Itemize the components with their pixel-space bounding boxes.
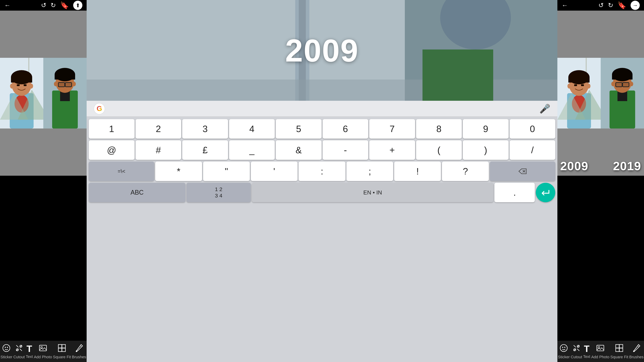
key-pound[interactable]: £ (182, 140, 228, 160)
right-bottom-toolbar: Sticker Cutout T Text Add Photo (558, 341, 644, 362)
left-toolbar-addphoto[interactable]: Add Photo (34, 344, 52, 359)
squarefit-icon (58, 344, 66, 354)
left-photo-person2 (43, 10, 86, 176)
key-hash[interactable]: # (136, 140, 181, 160)
key-colon[interactable]: : (298, 162, 345, 181)
key-lang[interactable]: EN • IN (252, 183, 494, 202)
svg-rect-39 (58, 348, 62, 352)
keyboard-rows: 1 2 3 4 5 6 7 8 9 0 @ # £ _ & (86, 117, 558, 362)
mid-year-overlay: 2009 (285, 32, 359, 69)
key-6[interactable]: 6 (322, 119, 368, 138)
key-squote[interactable]: ' (251, 162, 298, 181)
right-text-icon: T (584, 344, 590, 353)
svg-point-80 (564, 347, 565, 348)
right-sticker-icon (560, 344, 568, 354)
key-1[interactable]: 1 (89, 119, 134, 138)
addphoto-icon (39, 344, 47, 354)
right-top-bar-right: ↺ ↻ 🔖 → (598, 1, 640, 10)
right-photo-person1: 2009 (558, 10, 601, 176)
key-8[interactable]: 8 (416, 119, 462, 138)
key-3[interactable]: 3 (182, 119, 228, 138)
right-toolbar-cutout[interactable]: Cutout (571, 344, 582, 359)
key-question[interactable]: ? (442, 162, 488, 181)
backspace-key[interactable] (490, 162, 555, 181)
key-ampersand[interactable]: & (276, 140, 322, 160)
key-equalslash[interactable]: =\< (89, 162, 154, 181)
key-minus[interactable]: - (322, 140, 368, 160)
key-4[interactable]: 4 (229, 119, 275, 138)
key-5[interactable]: 5 (276, 119, 322, 138)
redo-icon[interactable]: ↻ (50, 2, 56, 9)
key-exclaim[interactable]: ! (394, 162, 441, 181)
key-slash[interactable]: / (510, 140, 556, 160)
right-back-icon[interactable]: ← (562, 2, 568, 9)
enter-key[interactable] (536, 183, 555, 202)
right-toolbar-addphoto[interactable]: Add Photo (591, 344, 609, 359)
undo-icon[interactable]: ↺ (41, 2, 46, 9)
key-rparen[interactable]: ) (463, 140, 508, 160)
right-undo-icon[interactable]: ↺ (598, 2, 604, 9)
right-redo-icon[interactable]: ↻ (608, 2, 613, 9)
key-at[interactable]: @ (89, 140, 134, 160)
left-toolbar-squarefit[interactable]: Square Fit (53, 344, 71, 359)
left-photo-person1 (0, 10, 43, 176)
key-abc[interactable]: ABC (89, 183, 186, 202)
svg-point-77 (630, 82, 633, 86)
svg-point-11 (10, 84, 14, 88)
key-plus[interactable]: + (369, 140, 415, 160)
svg-rect-37 (58, 344, 62, 348)
right-toolbar-text[interactable]: T Text (583, 344, 590, 359)
left-panel: ← ↺ ↻ 🔖 ⬆ (0, 0, 86, 362)
key-9[interactable]: 9 (463, 119, 508, 138)
key-dquote[interactable]: " (203, 162, 250, 181)
svg-rect-24 (66, 83, 71, 86)
left-top-bar: ← ↺ ↻ 🔖 ⬆ (0, 0, 86, 10)
svg-point-12 (30, 84, 33, 88)
key-asterisk[interactable]: * (155, 162, 202, 181)
left-toolbar-text[interactable]: T Text (26, 344, 33, 359)
left-toolbar-cutout[interactable]: Cutout (13, 344, 25, 359)
svg-point-27 (54, 82, 58, 86)
key-num-switch[interactable]: 1 23 4 (186, 183, 251, 202)
left-photo-area (0, 10, 86, 176)
svg-rect-23 (59, 83, 64, 86)
key-7[interactable]: 7 (369, 119, 415, 138)
right-toolbar-squarefit[interactable]: Square Fit (610, 344, 628, 359)
svg-point-30 (5, 347, 6, 348)
back-icon[interactable]: ← (4, 2, 10, 9)
key-2[interactable]: 2 (136, 119, 181, 138)
left-toolbar-brushes[interactable]: Brushes (72, 344, 86, 359)
svg-rect-58 (574, 84, 577, 86)
text-label: Text (26, 354, 33, 359)
right-toolbar-brushes[interactable]: Brushes (629, 344, 644, 359)
svg-rect-89 (620, 348, 623, 352)
key-underscore[interactable]: _ (229, 140, 275, 160)
brushes-label: Brushes (72, 355, 86, 359)
sticker-label: Sticker (0, 355, 12, 359)
left-toolbar-sticker[interactable]: Sticker (0, 344, 12, 359)
right-brushes-icon (632, 344, 641, 354)
text-icon: T (26, 344, 32, 353)
right-forward-icon[interactable]: → (630, 1, 640, 10)
keyboard-top-bar: G 🎤 (86, 101, 558, 117)
right-split-photos: 2009 (558, 10, 644, 176)
right-squarefit-label: Square Fit (610, 355, 628, 359)
right-squarefit-icon (615, 344, 624, 354)
svg-rect-9 (17, 84, 20, 86)
svg-rect-73 (623, 83, 628, 86)
svg-point-90 (633, 350, 635, 352)
share-icon[interactable]: ⬆ (73, 1, 82, 10)
key-0[interactable]: 0 (510, 119, 556, 138)
year-2019-overlay: 2019 (613, 159, 641, 173)
mid-photo-area: 2009 (86, 0, 558, 101)
mic-icon[interactable]: 🎤 (539, 104, 550, 114)
key-semicolon[interactable]: ; (346, 162, 393, 181)
key-lparen[interactable]: ( (416, 140, 462, 160)
right-toolbar-sticker[interactable]: Sticker (558, 344, 570, 359)
key-dot[interactable]: . (494, 183, 535, 202)
right-sticker-label: Sticker (558, 355, 570, 359)
bookmark-icon[interactable]: 🔖 (60, 1, 69, 10)
mid-keyboard: G 🎤 1 2 3 4 5 6 7 8 9 0 (86, 101, 558, 362)
svg-rect-75 (612, 74, 632, 80)
right-bookmark-icon[interactable]: 🔖 (618, 1, 626, 10)
